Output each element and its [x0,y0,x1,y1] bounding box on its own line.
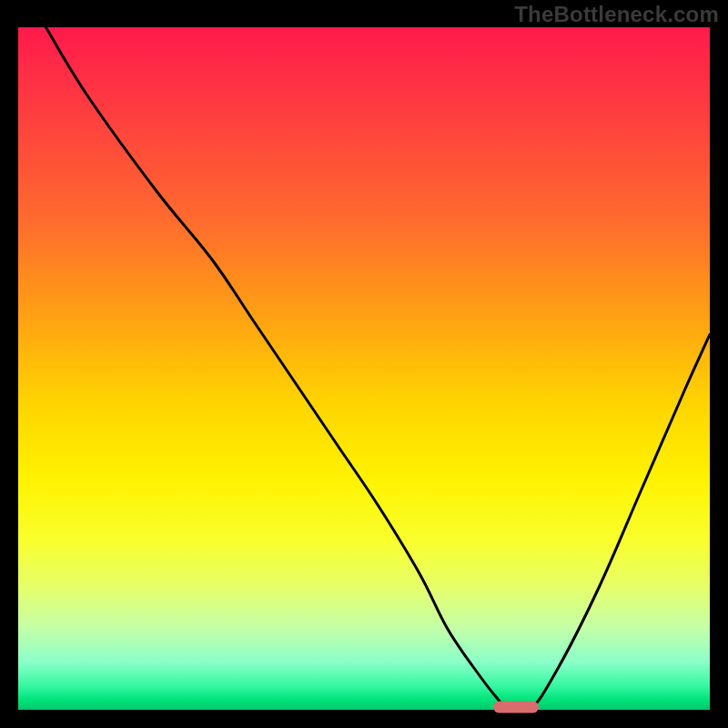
optimum-marker [493,702,539,713]
chart-frame: TheBottleneck.com [0,0,728,728]
watermark-text: TheBottleneck.com [514,2,719,27]
bottleneck-curve [18,27,710,710]
plot-area [18,27,710,710]
